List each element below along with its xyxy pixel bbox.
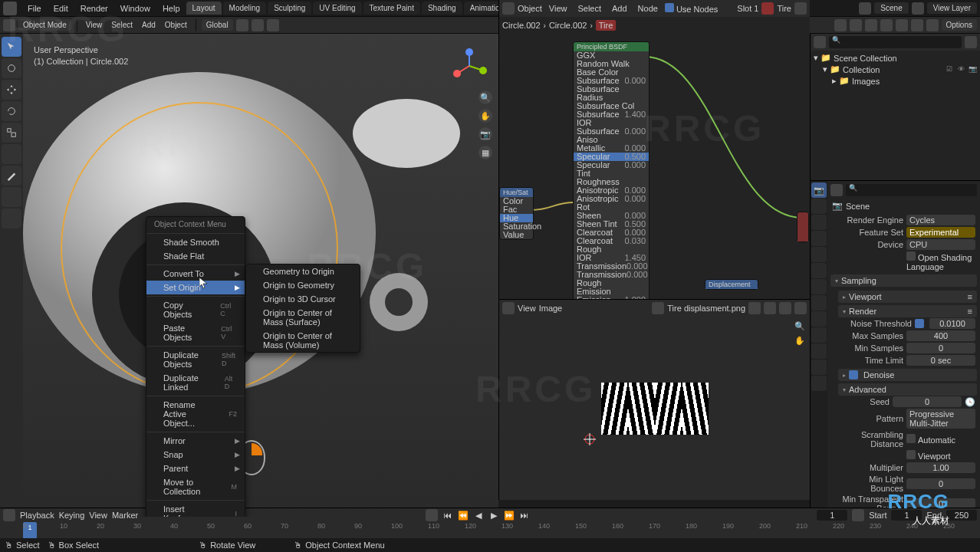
- gizmo-toggle-icon[interactable]: [834, 19, 847, 31]
- transform-orientation[interactable]: Global: [202, 19, 233, 31]
- persp-icon[interactable]: ▦: [478, 146, 492, 159]
- tool-rotate[interactable]: [2, 101, 21, 121]
- tab-layout[interactable]: Layout: [186, 2, 222, 15]
- chk-use-nodes[interactable]: [665, 3, 674, 12]
- node-editor-type-icon[interactable]: [502, 2, 515, 15]
- ctx-duplicate[interactable]: Duplicate ObjectsShift D: [146, 348, 245, 371]
- val-min-samples[interactable]: 0: [906, 343, 975, 353]
- proportional-icon[interactable]: [267, 19, 279, 31]
- node-menu-select[interactable]: Select: [574, 2, 605, 15]
- img-new-icon[interactable]: [748, 302, 761, 314]
- nav-gizmo[interactable]: [451, 48, 488, 84]
- val-pattern[interactable]: Progressive Multi-Jitter: [906, 409, 975, 429]
- val-device[interactable]: CPU: [906, 239, 975, 250]
- ptab-data[interactable]: [811, 343, 827, 359]
- image-icon[interactable]: [652, 302, 664, 314]
- outliner-filter-icon[interactable]: [965, 36, 977, 48]
- ptab-constraints[interactable]: [811, 327, 827, 343]
- frame-current[interactable]: 1: [817, 510, 847, 521]
- seed-clock-icon[interactable]: 🕓: [965, 397, 975, 407]
- render-toggle[interactable]: 📷: [968, 65, 977, 74]
- range-icon[interactable]: [852, 509, 864, 521]
- timeline-track[interactable]: 1 01020304050607080901001101201301401501…: [0, 522, 980, 539]
- img-pan-icon[interactable]: ✋: [794, 336, 805, 346]
- chk-osl[interactable]: [906, 251, 916, 261]
- snap-icon[interactable]: [252, 19, 264, 31]
- tl-menu-view[interactable]: View: [89, 511, 107, 520]
- outliner-search[interactable]: 🔍: [829, 36, 962, 48]
- val-multiplier[interactable]: 1.00: [906, 462, 975, 473]
- ctx-mirror[interactable]: Mirror▶: [146, 434, 245, 448]
- panel-render-sampling[interactable]: Render≡: [838, 305, 977, 317]
- chk-scrambling-viewport[interactable]: [906, 450, 916, 459]
- pivot-icon[interactable]: [236, 19, 248, 31]
- tab-texture-paint[interactable]: Texture Paint: [363, 2, 420, 15]
- play-icon[interactable]: ▶: [488, 510, 499, 521]
- node-displacement[interactable]: Displacement: [705, 279, 758, 290]
- breadcrumb-mat[interactable]: Tire: [596, 20, 617, 31]
- jump-start-icon[interactable]: ⏮: [442, 510, 453, 521]
- ctx-snap[interactable]: Snap▶: [146, 448, 245, 462]
- scene-field[interactable]: Scene: [874, 2, 908, 14]
- view3d-menu-view[interactable]: View: [83, 19, 106, 31]
- view3d-menu-object[interactable]: Object: [162, 19, 190, 31]
- menu-render[interactable]: Render: [74, 2, 114, 15]
- blender-logo-icon[interactable]: [3, 2, 17, 15]
- ctx-shade-flat[interactable]: Shade Flat: [146, 249, 245, 263]
- outliner-editor-icon[interactable]: [814, 36, 826, 48]
- breadcrumb-obj[interactable]: Circle.002: [502, 21, 541, 30]
- shading-rendered-icon[interactable]: [926, 19, 939, 31]
- ctx-move-collection[interactable]: Move to CollectionM: [146, 475, 245, 498]
- node-menu-add[interactable]: Add: [608, 2, 631, 15]
- tree-scene-collection[interactable]: ▾ 📁 Scene Collection: [812, 52, 978, 64]
- ptab-physics[interactable]: [811, 311, 827, 327]
- menu-help[interactable]: Help: [156, 2, 186, 15]
- shading-wire-icon[interactable]: [880, 19, 893, 31]
- ctx-rename[interactable]: Rename Active Object...F2: [146, 398, 245, 430]
- ctx-paste[interactable]: Paste ObjectsCtrl V: [146, 321, 245, 344]
- slot-selector[interactable]: Slot 1: [737, 4, 758, 13]
- ptab-modifiers[interactable]: [811, 279, 827, 294]
- zoom-icon[interactable]: 🔍: [478, 90, 492, 104]
- image-canvas[interactable]: [499, 317, 810, 500]
- visibility-toggle[interactable]: 👁: [956, 65, 965, 74]
- node-principled-bsdf[interactable]: Principled BSDF GGXRandom WalkBase Color…: [573, 41, 649, 299]
- image-name-field[interactable]: Tire displasment.png: [667, 304, 745, 313]
- tree-collection[interactable]: ▾ 📁 Collection ☑ 👁 📷: [812, 64, 978, 75]
- tl-menu-marker[interactable]: Marker: [112, 511, 138, 520]
- ctx-shade-smooth[interactable]: Shade Smooth: [146, 235, 245, 249]
- ptab-object[interactable]: [811, 263, 827, 278]
- jump-end-icon[interactable]: ⏭: [519, 510, 530, 521]
- options-button[interactable]: Options: [942, 19, 977, 31]
- ctx-convert-to[interactable]: Convert To▶: [146, 267, 245, 281]
- val-render-engine[interactable]: Cycles: [906, 215, 975, 225]
- scene-icon[interactable]: [859, 2, 871, 15]
- val-max-samples[interactable]: 400: [906, 330, 975, 341]
- val-seed[interactable]: 0: [893, 396, 962, 407]
- menu-edit[interactable]: Edit: [48, 2, 74, 15]
- material-icon[interactable]: [761, 2, 774, 15]
- chk-denoise[interactable]: [849, 370, 858, 380]
- img-zoom-icon[interactable]: 🔍: [794, 321, 805, 331]
- tool-select-box[interactable]: [2, 37, 21, 57]
- breadcrumb-mesh[interactable]: Circle.002: [549, 21, 587, 30]
- ptab-scene[interactable]: [811, 231, 827, 246]
- tl-menu-keying[interactable]: Keying: [59, 511, 85, 520]
- menu-window[interactable]: Window: [114, 2, 156, 15]
- view3d-menu-select[interactable]: Select: [108, 19, 136, 31]
- val-time-limit[interactable]: 0 sec: [906, 355, 975, 366]
- img-unlink-icon[interactable]: [779, 302, 791, 314]
- tl-menu-playback[interactable]: Playback: [20, 511, 54, 520]
- tool-annotate[interactable]: [2, 166, 21, 186]
- ctx-duplicate-linked[interactable]: Duplicate LinkedAlt D: [146, 371, 245, 394]
- shading-solid-icon[interactable]: [896, 19, 908, 31]
- node-menu-view[interactable]: View: [545, 2, 571, 15]
- menu-file[interactable]: File: [21, 2, 48, 15]
- img-pin-icon[interactable]: [794, 302, 807, 314]
- tool-add-cube[interactable]: [2, 209, 21, 228]
- ptab-particles[interactable]: [811, 295, 827, 310]
- img-open-icon[interactable]: [764, 302, 776, 314]
- viewlayer-field[interactable]: View Layer: [927, 2, 977, 14]
- node-canvas[interactable]: Hue/Sat Color Fac Hue Saturation Value P…: [499, 34, 810, 299]
- tree-images[interactable]: ▸ 📁 Images: [812, 75, 978, 87]
